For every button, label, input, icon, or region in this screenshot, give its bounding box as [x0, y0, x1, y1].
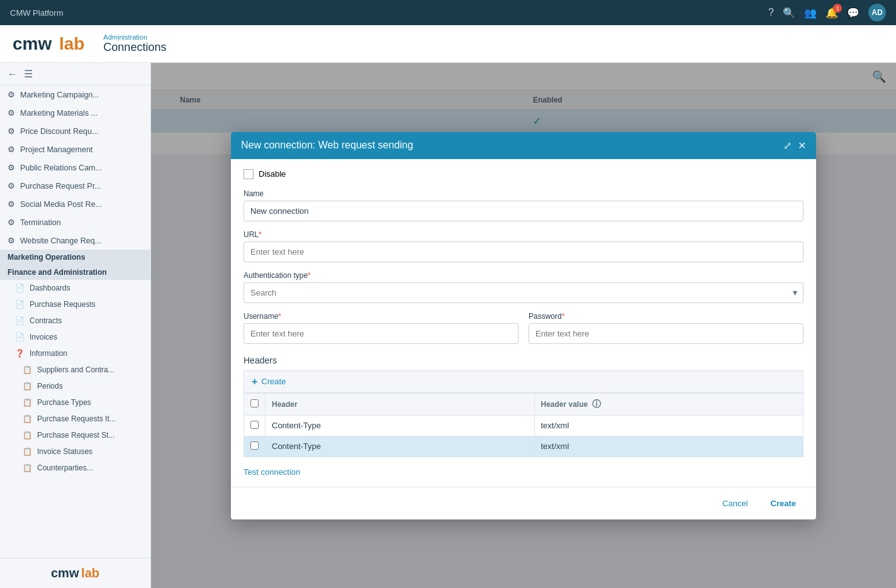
sidebar-subsub-periods[interactable]: 📋 Periods — [0, 378, 150, 394]
logo-cmw: cmw — [13, 34, 52, 54]
col-header: Header — [266, 393, 535, 415]
sidebar-item-social-media[interactable]: ⚙ Social Media Post Re... — [0, 195, 150, 213]
modal-header-icons: ⤢ ✕ — [783, 140, 806, 152]
sidebar-item-marketing-campaign[interactable]: ⚙ Marketing Campaign... — [0, 86, 150, 104]
list-icon: 📋 — [23, 365, 32, 374]
disable-checkbox[interactable] — [244, 169, 254, 179]
chevron-down-icon: ▾ — [793, 287, 797, 297]
main-layout: ← ☰ ⚙ Marketing Campaign... ⚙ Marketing … — [0, 63, 896, 588]
url-field-group: URL* — [244, 230, 804, 262]
sidebar-item-label: Price Discount Requ... — [20, 127, 98, 136]
select-all-checkbox[interactable] — [250, 399, 259, 408]
password-input[interactable] — [529, 323, 804, 344]
cancel-button[interactable]: Cancel — [715, 495, 755, 512]
header: cmw lab Administration Connections — [0, 25, 896, 63]
sidebar-sub-contracts[interactable]: 📄 Contracts — [0, 313, 150, 329]
modal-close-icon[interactable]: ✕ — [798, 140, 806, 152]
create-header-label: Create — [261, 377, 286, 386]
workflow-icon: ⚙ — [8, 181, 15, 191]
sidebar-item-label: Marketing Materials ... — [20, 109, 98, 118]
users-icon[interactable]: 👥 — [804, 7, 817, 19]
password-field-group: Password* — [529, 312, 804, 344]
auth-field-group: Authentication type* ▾ — [244, 271, 804, 303]
sidebar-item-label: Website Change Req... — [20, 236, 101, 245]
plus-icon: + — [252, 376, 257, 387]
sidebar-collapse-icon[interactable]: ← — [8, 69, 18, 80]
sidebar-top: ← ☰ — [0, 63, 150, 86]
sidebar-sub-information[interactable]: ❓ Information — [0, 345, 150, 362]
sidebar-subsub-invoice-statuses[interactable]: 📋 Invoice Statuses — [0, 443, 150, 460]
logo: cmw lab — [13, 34, 84, 54]
help-icon[interactable]: ? — [768, 7, 774, 18]
list-icon: 📋 — [23, 414, 32, 423]
chat-icon[interactable]: 💬 — [847, 7, 860, 19]
header-value-input[interactable] — [541, 441, 797, 451]
disable-label: Disable — [259, 169, 286, 179]
sidebar-sub-purchase-requests[interactable]: 📄 Purchase Requests — [0, 296, 150, 313]
footer-logo-cmw: cmw — [51, 566, 79, 580]
header-name-input[interactable] — [272, 441, 528, 451]
search-icon[interactable]: 🔍 — [783, 7, 795, 19]
auth-select-wrapper: ▾ — [244, 282, 804, 303]
table-row[interactable] — [244, 436, 804, 457]
footer-logo-lab: lab — [81, 566, 99, 580]
workflow-icon: ⚙ — [8, 199, 15, 209]
modal: New connection: Web request sending ⤢ ✕ … — [231, 132, 816, 519]
sidebar-item-marketing-materials[interactable]: ⚙ Marketing Materials ... — [0, 104, 150, 122]
header-name-input[interactable] — [272, 421, 528, 430]
bell-icon[interactable]: 🔔 1 — [826, 7, 838, 19]
avatar[interactable]: AD — [868, 4, 886, 21]
sidebar-item-purchase-request-pr[interactable]: ⚙ Purchase Request Pr... — [0, 177, 150, 195]
modal-maximize-icon[interactable]: ⤢ — [783, 140, 792, 152]
header-value-cell — [534, 436, 804, 457]
sidebar-items: ⚙ Marketing Campaign... ⚙ Marketing Mate… — [0, 86, 150, 558]
sidebar-subsub-label: Purchase Request St... — [37, 431, 115, 440]
help-circle-icon[interactable]: ⓘ — [592, 399, 601, 409]
workflow-icon: ⚙ — [8, 90, 15, 99]
sidebar-section-finance[interactable]: Finance and Administration — [0, 265, 150, 280]
sidebar-item-price-discount[interactable]: ⚙ Price Discount Requ... — [0, 122, 150, 140]
header-name-cell — [266, 415, 535, 436]
sidebar-subsub-suppliers[interactable]: 📋 Suppliers and Contra... — [0, 362, 150, 378]
create-header-row[interactable]: + Create — [244, 370, 804, 393]
workflow-icon: ⚙ — [8, 163, 15, 172]
row-checkbox-cell — [244, 415, 266, 436]
username-label: Username* — [244, 312, 518, 321]
modal-title: New connection: Web request sending — [241, 140, 413, 151]
sidebar-sub-invoices[interactable]: 📄 Invoices — [0, 329, 150, 345]
sidebar-section-label: Marketing Operations — [8, 253, 85, 262]
name-input[interactable] — [244, 201, 804, 221]
username-field-group: Username* — [244, 312, 518, 344]
sidebar-item-label: Project Management — [20, 145, 92, 154]
col-select — [244, 393, 266, 415]
table-row[interactable] — [244, 415, 804, 436]
credentials-row: Username* Password* — [244, 312, 804, 353]
password-label: Password* — [529, 312, 804, 321]
sidebar-item-website-change[interactable]: ⚙ Website Change Req... — [0, 231, 150, 250]
sidebar-subsub-purchase-requests-it[interactable]: 📋 Purchase Requests It... — [0, 411, 150, 427]
sidebar-menu-icon[interactable]: ☰ — [24, 68, 33, 80]
sidebar-item-label: Purchase Request Pr... — [20, 182, 101, 191]
sidebar-item-project-management[interactable]: ⚙ Project Management — [0, 140, 150, 158]
username-input[interactable] — [244, 323, 518, 344]
sidebar-sub-dashboards[interactable]: 📄 Dashboards — [0, 280, 150, 296]
sidebar-subsub-purchase-request-st[interactable]: 📋 Purchase Request St... — [0, 427, 150, 443]
sidebar-subsub-label: Periods — [37, 382, 63, 391]
url-input[interactable] — [244, 241, 804, 262]
sidebar-subsub-counterparties[interactable]: 📋 Counterparties... — [0, 460, 150, 476]
test-connection-link[interactable]: Test connection — [244, 467, 300, 477]
row-checkbox[interactable] — [250, 441, 259, 450]
modal-footer: Cancel Create — [231, 487, 816, 519]
headers-title: Headers — [244, 355, 804, 365]
sidebar-item-label: Public Relations Cam... — [20, 164, 102, 172]
sidebar-section-marketing-ops[interactable]: Marketing Operations — [0, 250, 150, 265]
create-button[interactable]: Create — [763, 495, 804, 512]
auth-select[interactable] — [244, 282, 804, 303]
header-value-input[interactable] — [541, 421, 797, 430]
sidebar-subsub-purchase-types[interactable]: 📋 Purchase Types — [0, 394, 150, 411]
row-checkbox[interactable] — [250, 421, 259, 429]
sidebar-sub-label: Invoices — [30, 333, 57, 341]
sidebar-item-termination[interactable]: ⚙ Termination — [0, 213, 150, 231]
sidebar-item-public-relations[interactable]: ⚙ Public Relations Cam... — [0, 158, 150, 177]
modal-body: Disable Name URL* Authentication typ — [231, 159, 816, 487]
